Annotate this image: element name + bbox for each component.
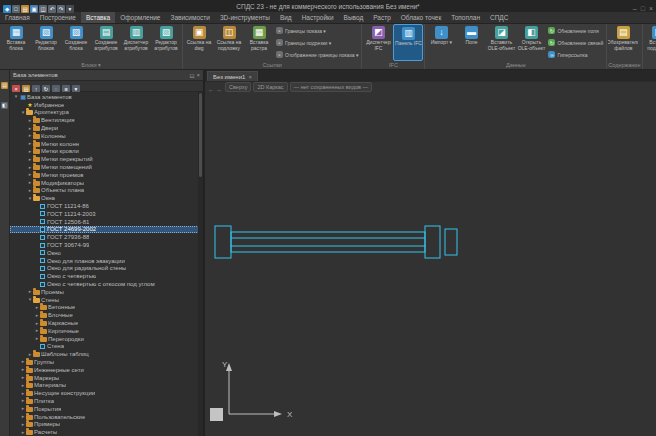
tree-item[interactable]: ▸ Метки проемов <box>10 171 203 179</box>
tree-item[interactable]: Избранное <box>10 101 203 109</box>
tree-item[interactable]: Окно для радиальной стены <box>10 265 203 273</box>
insert-underlay-button[interactable]: ◫ Вставка подложки <box>644 24 656 61</box>
minimize-button[interactable]: – <box>633 0 637 15</box>
tree-item[interactable]: ▸ Метки кровли <box>10 148 203 156</box>
drawing-viewport[interactable]: Y X <box>205 92 656 436</box>
display-boundaries-toggle[interactable]: ▫ Отображение границы показа ▾ <box>274 49 360 61</box>
palette-pin-icon[interactable]: ⊡ <box>189 72 194 79</box>
hyperlink-button[interactable]: ∞ Гиперссылка <box>546 49 605 61</box>
tree-item[interactable]: ГОСТ 27936-88 <box>10 233 203 241</box>
tree-item[interactable]: ГОСТ 30674-99 <box>10 241 203 249</box>
window-profile-rect[interactable] <box>231 232 425 252</box>
tree-item[interactable]: Стена <box>10 343 203 351</box>
ifc-panel-button[interactable]: ▥ Панель IFC <box>393 24 423 61</box>
tree-item[interactable]: ▸ Примеры <box>10 420 203 428</box>
tree-item[interactable]: ▸ Модификаторы <box>10 179 203 187</box>
open-ole-button[interactable]: ◧ Открыть OLE-объект <box>516 24 546 61</box>
underlay-ref-button[interactable]: ◫ Ссылка на подложку <box>214 24 244 61</box>
app-logo-icon[interactable]: ◆ <box>3 0 11 15</box>
tree-scrollbar-thumb[interactable] <box>199 93 202 177</box>
insert-block-button[interactable]: ▦ Вставка блока <box>1 24 31 61</box>
window-profile-rect[interactable] <box>425 226 440 258</box>
ribbon-tab[interactable]: СПДС <box>485 12 513 23</box>
undo-button[interactable]: ↶ <box>48 0 56 15</box>
tree-item[interactable]: ▸ Метки перекрытий <box>10 155 203 163</box>
tree-item[interactable]: ▸ Бетонные <box>10 304 203 312</box>
clip-boundaries-toggle[interactable]: ▫ Границы подрезки ▾ <box>274 37 360 49</box>
tree-item[interactable]: ▸ Колонны <box>10 132 203 140</box>
insert-raster-button[interactable]: ▦ Вставка растра <box>244 24 274 61</box>
update-links-button[interactable]: ↻ Обновление связей <box>546 37 605 49</box>
tree-item[interactable]: ▸ Материалы <box>10 381 203 389</box>
attribute-editor-button[interactable]: ▧ Редактор атрибутов <box>151 24 181 61</box>
insert-ole-button[interactable]: ◪ Вставить OLE-объект <box>486 24 516 61</box>
tree-item[interactable]: ▸ Метки колонн <box>10 140 203 148</box>
tree-item[interactable]: ▸ Расчеты <box>10 428 203 436</box>
close-button[interactable]: × <box>649 0 653 15</box>
tree-item[interactable]: ▸ Несущие конструкции <box>10 389 203 397</box>
saved-views-chip[interactable]: — нет сохраненных видов — <box>290 82 372 92</box>
show-boundaries-toggle[interactable]: ▫ Границы показа ▾ <box>274 25 360 37</box>
ribbon-tab[interactable]: Настройки <box>297 12 339 23</box>
tree-item[interactable]: ▸ Пользовательские <box>10 413 203 421</box>
create-block-button[interactable]: ▨ Создание блока <box>61 24 91 61</box>
update-field-button[interactable]: ↻ Обновление поля <box>546 25 605 37</box>
tree-item[interactable]: ▸ Кирпичные <box>10 327 203 335</box>
xref-dwg-button[interactable]: ▣ Ссылка на dwg <box>184 24 214 61</box>
tree-item[interactable]: ▾ Стены <box>10 296 203 304</box>
tree-item[interactable]: ▸ Каркасные <box>10 319 203 327</box>
tree-item[interactable]: Окно с четвертью <box>10 272 203 280</box>
create-attributes-button[interactable]: ▤ Создание атрибутов <box>91 24 121 61</box>
window-profile-rect[interactable] <box>445 229 457 255</box>
tree-item[interactable]: ▸ Перегородки <box>10 335 203 343</box>
open-file-button[interactable]: ▤ <box>21 0 29 15</box>
tree-item[interactable]: Окно для планов эвакуации <box>10 257 203 265</box>
properties-palette-tab-icon[interactable]: ◧ <box>1 93 8 111</box>
tree-item[interactable]: ГОСТ 12506-81 <box>10 218 203 226</box>
ifc-manager-button[interactable]: ◩ Диспетчер IFC <box>363 24 393 61</box>
file-explorer-button[interactable]: ▤ Обозреватель файлов <box>608 24 638 61</box>
block-editor-button[interactable]: ▧ Редактор блоков <box>31 24 61 61</box>
tree-item[interactable]: Окно <box>10 249 203 257</box>
elements-palette-tab-icon[interactable]: ▤ <box>1 73 8 91</box>
view-orientation-chip[interactable]: Сверху <box>225 82 251 92</box>
tree-item[interactable]: ▸ Вентиляция <box>10 116 203 124</box>
visual-style-chip[interactable]: 2D Каркас <box>253 82 287 92</box>
save-button[interactable]: ▣ <box>30 0 38 15</box>
tree-item[interactable]: ▾ База элементов <box>10 93 203 101</box>
tree-item[interactable]: ▾ Окна <box>10 194 203 202</box>
tree-item[interactable]: ▸ Группы <box>10 358 203 366</box>
tree-scrollbar[interactable] <box>198 92 203 436</box>
tree-item[interactable]: ▸ Проемы <box>10 288 203 296</box>
tree-item[interactable]: ▸ Плитка <box>10 397 203 405</box>
tree-item[interactable]: ▸ Блочные <box>10 311 203 319</box>
tree-item[interactable]: ГОСТ 11214-2003 <box>10 210 203 218</box>
palette-close-icon[interactable]: × <box>196 72 200 79</box>
ribbon-tab[interactable]: Облако точек <box>396 12 446 23</box>
ribbon-tab[interactable]: Растр <box>368 12 396 23</box>
ribbon-tab[interactable]: Топоплан <box>446 12 485 23</box>
tree-item[interactable]: ▸ Покрытия <box>10 405 203 413</box>
field-button[interactable]: ▬ Поле <box>456 24 486 61</box>
tree-item[interactable]: ГОСТ 11214-86 <box>10 202 203 210</box>
tree-item[interactable]: ▸ Двери <box>10 124 203 132</box>
maximize-button[interactable]: □ <box>641 0 645 15</box>
tab-close-icon[interactable]: × <box>248 74 252 80</box>
ribbon-tab[interactable]: Оформление <box>115 12 165 23</box>
tree-item[interactable]: ▸ Объекты плана <box>10 187 203 195</box>
tree-item[interactable]: ▸ Маркеры <box>10 374 203 382</box>
window-profile-rect[interactable] <box>215 226 231 258</box>
print-button[interactable]: ◫ <box>39 0 47 15</box>
ribbon-tab[interactable]: Вставка <box>81 12 115 23</box>
import-button[interactable]: ↓ Импорт ▾ <box>426 24 456 61</box>
redo-button[interactable]: ↷ <box>57 0 65 15</box>
tree-item[interactable]: ▾ Архитектура <box>10 109 203 117</box>
tree-item-selected[interactable]: ГОСТ 24699-2002 <box>10 226 203 234</box>
ribbon-tab[interactable]: Вывод <box>339 12 369 23</box>
attribute-manager-button[interactable]: ▥ Диспетчер атрибутов <box>121 24 151 61</box>
tree-item[interactable]: ▸ Инженерные сети <box>10 366 203 374</box>
ribbon-tab[interactable]: Зависимости <box>165 12 214 23</box>
tree-item[interactable]: Окно с четвертью с откосом под углом <box>10 280 203 288</box>
ribbon-tab[interactable]: 3D-инструменты <box>215 12 275 23</box>
new-file-button[interactable]: □ <box>12 0 20 15</box>
